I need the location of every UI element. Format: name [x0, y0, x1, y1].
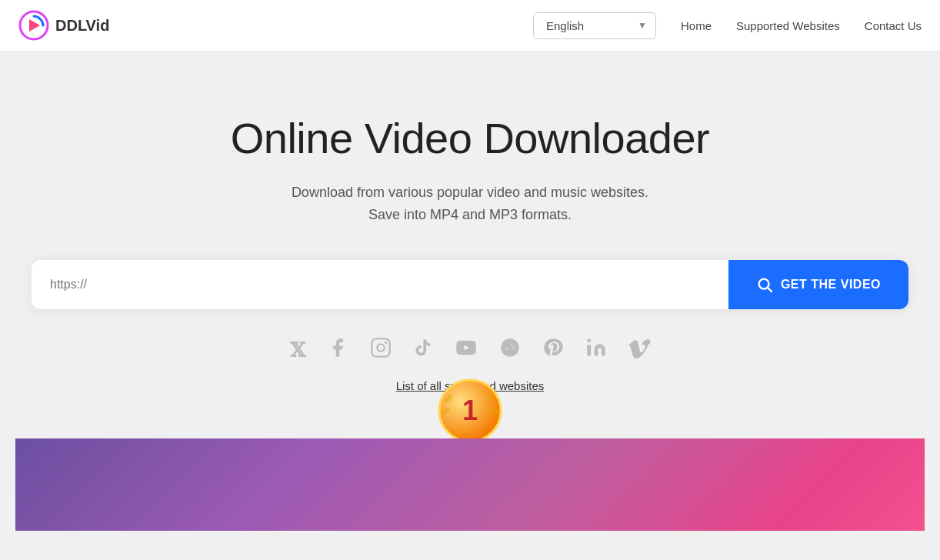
search-icon	[756, 276, 773, 293]
facebook-icon[interactable]	[327, 337, 348, 364]
main-content: Online Video Downloader Download from va…	[0, 52, 940, 560]
logo[interactable]: DDLVid	[18, 10, 109, 41]
hero-title: Online Video Downloader	[231, 113, 710, 163]
search-bar: GET THE VIDEO	[32, 260, 908, 309]
logo-text: DDLVid	[55, 17, 109, 35]
social-icons-row: 𝕏	[290, 337, 650, 364]
medal-laurel-icon: 1	[436, 377, 504, 445]
header-right: English Spanish French German Portuguese…	[533, 12, 922, 39]
nav-contact-us[interactable]: Contact Us	[865, 19, 922, 32]
svg-point-7	[501, 338, 518, 356]
url-input[interactable]	[32, 260, 728, 309]
instagram-icon[interactable]	[370, 337, 392, 364]
svg-line-2	[768, 288, 772, 292]
logo-icon	[18, 10, 49, 41]
tiktok-icon[interactable]	[413, 338, 433, 363]
svg-point-9	[587, 338, 591, 342]
nav-links: Home Supported Websites Contact Us	[681, 19, 922, 32]
pinterest-icon[interactable]	[542, 337, 564, 364]
svg-point-5	[385, 342, 386, 343]
header: DDLVid English Spanish French German Por…	[0, 0, 940, 52]
hero-subtitle-line2: Save into MP4 and MP3 formats.	[368, 207, 572, 222]
banner-area: 1	[15, 438, 925, 531]
get-video-label: GET THE VIDEO	[781, 278, 881, 292]
svg-rect-3	[372, 338, 389, 356]
hero-subtitle: Download from various popular video and …	[292, 182, 648, 226]
youtube-icon[interactable]	[455, 337, 478, 364]
svg-point-4	[377, 344, 384, 351]
medal-circle-wrapper: 1	[436, 377, 504, 445]
hero-subtitle-line1: Download from various popular video and …	[292, 185, 648, 200]
nav-supported-websites[interactable]: Supported Websites	[736, 19, 840, 32]
promo-banner	[15, 438, 925, 531]
language-selector[interactable]: English Spanish French German Portuguese…	[533, 12, 656, 39]
vimeo-icon[interactable]	[628, 337, 650, 364]
linkedin-icon[interactable]	[585, 337, 607, 364]
get-video-button[interactable]: GET THE VIDEO	[728, 260, 908, 309]
reddit-icon[interactable]	[499, 337, 521, 364]
svg-rect-8	[587, 345, 591, 355]
language-dropdown[interactable]: English Spanish French German Portuguese	[533, 12, 656, 39]
nav-home[interactable]: Home	[681, 19, 712, 32]
twitter-icon[interactable]: 𝕏	[290, 338, 305, 362]
svg-text:1: 1	[462, 395, 478, 426]
